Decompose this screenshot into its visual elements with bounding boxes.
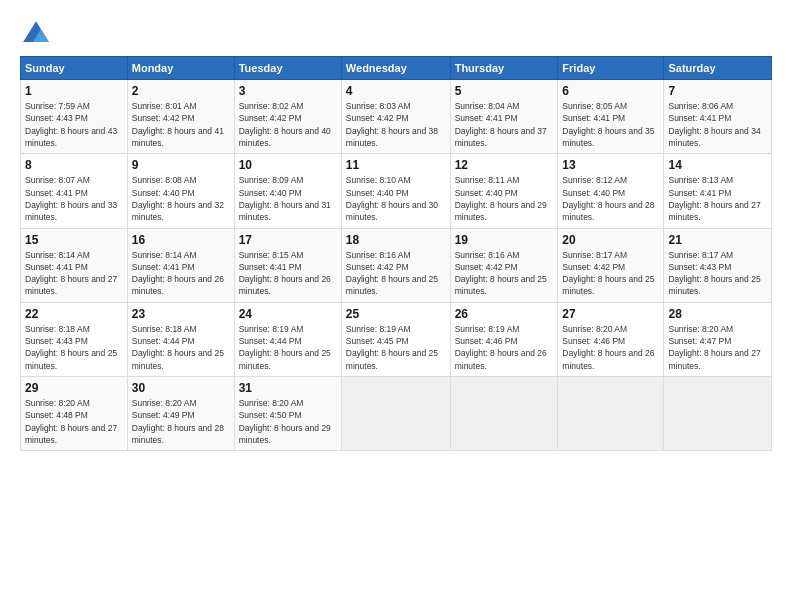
sunset-label: Sunset: 4:43 PM <box>25 113 88 123</box>
sunset-label: Sunset: 4:48 PM <box>25 410 88 420</box>
sunset-label: Sunset: 4:41 PM <box>132 262 195 272</box>
col-header-saturday: Saturday <box>664 57 772 80</box>
sunrise-label: Sunrise: 8:13 AM <box>668 175 733 185</box>
day-info: Sunrise: 8:16 AM Sunset: 4:42 PM Dayligh… <box>346 249 446 298</box>
day-number: 4 <box>346 84 446 98</box>
sunset-label: Sunset: 4:43 PM <box>668 262 731 272</box>
sunset-label: Sunset: 4:41 PM <box>25 262 88 272</box>
sunset-label: Sunset: 4:41 PM <box>668 113 731 123</box>
sunset-label: Sunset: 4:42 PM <box>239 113 302 123</box>
day-cell-29: 29 Sunrise: 8:20 AM Sunset: 4:48 PM Dayl… <box>21 377 128 451</box>
day-number: 3 <box>239 84 337 98</box>
day-number: 29 <box>25 381 123 395</box>
col-header-tuesday: Tuesday <box>234 57 341 80</box>
daylight-label: Daylight: 8 hours and 27 minutes. <box>668 200 760 222</box>
sunset-label: Sunset: 4:49 PM <box>132 410 195 420</box>
day-number: 18 <box>346 233 446 247</box>
day-number: 6 <box>562 84 659 98</box>
day-number: 24 <box>239 307 337 321</box>
daylight-label: Daylight: 8 hours and 25 minutes. <box>455 274 547 296</box>
sunset-label: Sunset: 4:40 PM <box>132 188 195 198</box>
day-number: 8 <box>25 158 123 172</box>
day-info: Sunrise: 8:20 AM Sunset: 4:50 PM Dayligh… <box>239 397 337 446</box>
day-cell-13: 13 Sunrise: 8:12 AM Sunset: 4:40 PM Dayl… <box>558 154 664 228</box>
day-cell-26: 26 Sunrise: 8:19 AM Sunset: 4:46 PM Dayl… <box>450 302 558 376</box>
day-cell-22: 22 Sunrise: 8:18 AM Sunset: 4:43 PM Dayl… <box>21 302 128 376</box>
day-info: Sunrise: 8:10 AM Sunset: 4:40 PM Dayligh… <box>346 174 446 223</box>
day-cell-7: 7 Sunrise: 8:06 AM Sunset: 4:41 PM Dayli… <box>664 80 772 154</box>
sunrise-label: Sunrise: 8:07 AM <box>25 175 90 185</box>
sunrise-label: Sunrise: 8:16 AM <box>346 250 411 260</box>
sunrise-label: Sunrise: 8:08 AM <box>132 175 197 185</box>
day-cell-6: 6 Sunrise: 8:05 AM Sunset: 4:41 PM Dayli… <box>558 80 664 154</box>
day-number: 28 <box>668 307 767 321</box>
daylight-label: Daylight: 8 hours and 28 minutes. <box>562 200 654 222</box>
day-number: 14 <box>668 158 767 172</box>
daylight-label: Daylight: 8 hours and 27 minutes. <box>25 423 117 445</box>
daylight-label: Daylight: 8 hours and 33 minutes. <box>25 200 117 222</box>
sunrise-label: Sunrise: 8:03 AM <box>346 101 411 111</box>
daylight-label: Daylight: 8 hours and 31 minutes. <box>239 200 331 222</box>
daylight-label: Daylight: 8 hours and 26 minutes. <box>562 348 654 370</box>
daylight-label: Daylight: 8 hours and 40 minutes. <box>239 126 331 148</box>
day-cell-27: 27 Sunrise: 8:20 AM Sunset: 4:46 PM Dayl… <box>558 302 664 376</box>
daylight-label: Daylight: 8 hours and 26 minutes. <box>455 348 547 370</box>
sunrise-label: Sunrise: 8:16 AM <box>455 250 520 260</box>
sunset-label: Sunset: 4:41 PM <box>455 113 518 123</box>
day-info: Sunrise: 8:06 AM Sunset: 4:41 PM Dayligh… <box>668 100 767 149</box>
daylight-label: Daylight: 8 hours and 35 minutes. <box>562 126 654 148</box>
calendar: SundayMondayTuesdayWednesdayThursdayFrid… <box>20 56 772 451</box>
day-number: 30 <box>132 381 230 395</box>
sunset-label: Sunset: 4:42 PM <box>455 262 518 272</box>
day-cell-30: 30 Sunrise: 8:20 AM Sunset: 4:49 PM Dayl… <box>127 377 234 451</box>
col-header-friday: Friday <box>558 57 664 80</box>
empty-cell <box>664 377 772 451</box>
day-cell-23: 23 Sunrise: 8:18 AM Sunset: 4:44 PM Dayl… <box>127 302 234 376</box>
empty-cell <box>558 377 664 451</box>
day-cell-1: 1 Sunrise: 7:59 AM Sunset: 4:43 PM Dayli… <box>21 80 128 154</box>
empty-cell <box>341 377 450 451</box>
sunset-label: Sunset: 4:42 PM <box>346 262 409 272</box>
col-header-monday: Monday <box>127 57 234 80</box>
day-number: 21 <box>668 233 767 247</box>
daylight-label: Daylight: 8 hours and 27 minutes. <box>668 348 760 370</box>
day-cell-10: 10 Sunrise: 8:09 AM Sunset: 4:40 PM Dayl… <box>234 154 341 228</box>
daylight-label: Daylight: 8 hours and 29 minutes. <box>239 423 331 445</box>
sunrise-label: Sunrise: 8:20 AM <box>132 398 197 408</box>
daylight-label: Daylight: 8 hours and 25 minutes. <box>668 274 760 296</box>
day-cell-16: 16 Sunrise: 8:14 AM Sunset: 4:41 PM Dayl… <box>127 228 234 302</box>
sunset-label: Sunset: 4:50 PM <box>239 410 302 420</box>
sunset-label: Sunset: 4:40 PM <box>239 188 302 198</box>
sunrise-label: Sunrise: 8:19 AM <box>239 324 304 334</box>
daylight-label: Daylight: 8 hours and 41 minutes. <box>132 126 224 148</box>
page: SundayMondayTuesdayWednesdayThursdayFrid… <box>0 0 792 461</box>
day-number: 2 <box>132 84 230 98</box>
day-number: 1 <box>25 84 123 98</box>
sunset-label: Sunset: 4:41 PM <box>25 188 88 198</box>
day-number: 11 <box>346 158 446 172</box>
day-info: Sunrise: 8:13 AM Sunset: 4:41 PM Dayligh… <box>668 174 767 223</box>
day-info: Sunrise: 8:14 AM Sunset: 4:41 PM Dayligh… <box>132 249 230 298</box>
daylight-label: Daylight: 8 hours and 25 minutes. <box>346 348 438 370</box>
day-number: 9 <box>132 158 230 172</box>
week-row-3: 15 Sunrise: 8:14 AM Sunset: 4:41 PM Dayl… <box>21 228 772 302</box>
day-info: Sunrise: 8:04 AM Sunset: 4:41 PM Dayligh… <box>455 100 554 149</box>
logo-icon <box>20 18 52 50</box>
sunrise-label: Sunrise: 8:20 AM <box>25 398 90 408</box>
daylight-label: Daylight: 8 hours and 25 minutes. <box>25 348 117 370</box>
sunrise-label: Sunrise: 8:10 AM <box>346 175 411 185</box>
sunrise-label: Sunrise: 8:18 AM <box>25 324 90 334</box>
sunset-label: Sunset: 4:42 PM <box>562 262 625 272</box>
day-cell-17: 17 Sunrise: 8:15 AM Sunset: 4:41 PM Dayl… <box>234 228 341 302</box>
sunrise-label: Sunrise: 8:19 AM <box>346 324 411 334</box>
day-number: 17 <box>239 233 337 247</box>
daylight-label: Daylight: 8 hours and 38 minutes. <box>346 126 438 148</box>
day-info: Sunrise: 8:08 AM Sunset: 4:40 PM Dayligh… <box>132 174 230 223</box>
daylight-label: Daylight: 8 hours and 43 minutes. <box>25 126 117 148</box>
day-info: Sunrise: 8:18 AM Sunset: 4:44 PM Dayligh… <box>132 323 230 372</box>
week-row-4: 22 Sunrise: 8:18 AM Sunset: 4:43 PM Dayl… <box>21 302 772 376</box>
col-header-sunday: Sunday <box>21 57 128 80</box>
week-row-5: 29 Sunrise: 8:20 AM Sunset: 4:48 PM Dayl… <box>21 377 772 451</box>
day-cell-24: 24 Sunrise: 8:19 AM Sunset: 4:44 PM Dayl… <box>234 302 341 376</box>
week-row-1: 1 Sunrise: 7:59 AM Sunset: 4:43 PM Dayli… <box>21 80 772 154</box>
